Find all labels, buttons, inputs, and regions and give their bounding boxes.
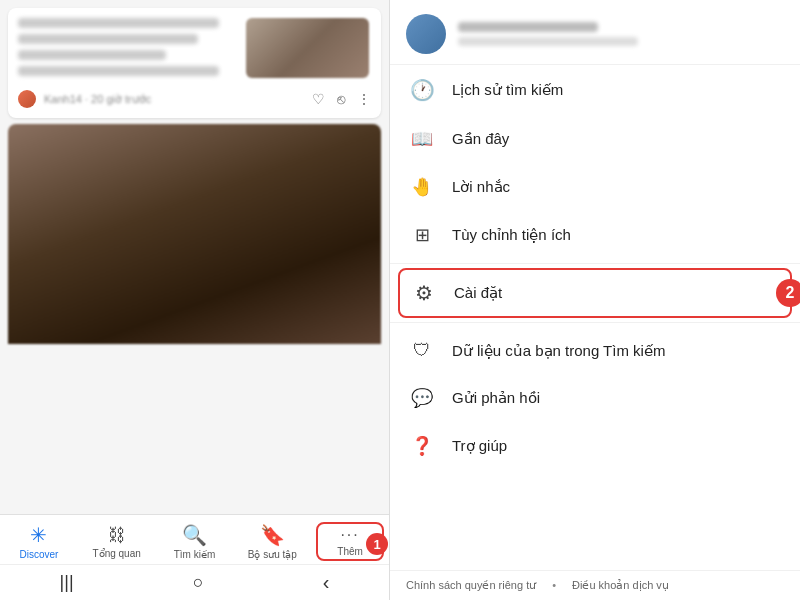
right-panel: 🕐 Lịch sử tìm kiếm 📖 Gần đây 🤚 Lời nhắc … xyxy=(390,0,800,600)
meta-actions: ♡ ⎋ ⋮ xyxy=(312,91,371,107)
nav-timkiem[interactable]: 🔍 Tìm kiếm xyxy=(164,523,224,560)
footer-separator: • xyxy=(552,579,556,592)
text-line xyxy=(18,34,198,44)
text-line xyxy=(18,66,219,76)
menu-item-loinhac[interactable]: 🤚 Lời nhắc xyxy=(390,163,800,211)
menu-label-lichsu: Lịch sử tìm kiếm xyxy=(452,81,563,99)
menu-item-trogiup[interactable]: ❓ Trợ giúp xyxy=(390,422,800,470)
menu-label-dulieu: Dữ liệu của bạn trong Tìm kiếm xyxy=(452,342,665,360)
shield-icon: 🛡 xyxy=(410,340,434,361)
left-panel: Kanh14 · 20 giờ trước ♡ ⎋ ⋮ ✳ Discover ⛓… xyxy=(0,0,390,600)
profile-name xyxy=(458,22,598,32)
home-icon[interactable]: ○ xyxy=(193,572,204,593)
profile-header xyxy=(390,0,800,65)
more-dots-icon: ··· xyxy=(340,526,359,544)
feed-card-text xyxy=(18,18,230,82)
menu-item-dulieu[interactable]: 🛡 Dữ liệu của bạn trong Tìm kiếm xyxy=(390,327,800,374)
menu-label-trogiup: Trợ giúp xyxy=(452,437,507,455)
customize-icon: ⊞ xyxy=(410,224,434,246)
help-icon: ❓ xyxy=(410,435,434,457)
nav-them[interactable]: ··· Thêm 1 xyxy=(320,526,380,557)
text-line xyxy=(18,50,166,60)
right-footer: Chính sách quyền riêng tư • Điều khoản d… xyxy=(390,570,800,600)
privacy-policy-link[interactable]: Chính sách quyền riêng tư xyxy=(406,579,536,592)
discover-icon: ✳ xyxy=(30,523,47,547)
nav-discover-label: Discover xyxy=(19,549,58,560)
nav-discover[interactable]: ✳ Discover xyxy=(9,523,69,560)
feed-area: Kanh14 · 20 giờ trước ♡ ⎋ ⋮ xyxy=(0,0,389,514)
feed-card-1[interactable]: Kanh14 · 20 giờ trước ♡ ⎋ ⋮ xyxy=(8,8,381,118)
feed-card-thumbnail xyxy=(246,18,370,78)
bookmark-icon: 🔖 xyxy=(260,523,285,547)
menu-item-gandây[interactable]: 📖 Gần đây xyxy=(390,115,800,163)
nav-bosuutap-label: Bộ sưu tập xyxy=(248,549,297,560)
menu-item-lichsu[interactable]: 🕐 Lịch sử tìm kiếm xyxy=(390,65,800,115)
tongquan-icon: ⛓ xyxy=(108,525,126,546)
menu-item-guiphanhoi[interactable]: 💬 Gửi phản hồi xyxy=(390,374,800,422)
nav-bosuutap[interactable]: 🔖 Bộ sưu tập xyxy=(242,523,302,560)
menu-icon[interactable]: ||| xyxy=(60,572,74,593)
back-icon[interactable]: ‹ xyxy=(323,571,330,594)
divider xyxy=(390,263,800,264)
history-icon: 🕐 xyxy=(410,78,434,102)
settings-icon: ⚙ xyxy=(412,281,436,305)
divider-2 xyxy=(390,322,800,323)
feed-card-meta: Kanh14 · 20 giờ trước ♡ ⎋ ⋮ xyxy=(18,90,371,108)
feedback-icon: 💬 xyxy=(410,387,434,409)
profile-info xyxy=(458,22,638,46)
recent-icon: 📖 xyxy=(410,128,434,150)
menu-label-caidat: Cài đặt xyxy=(454,284,502,302)
menu-label-loinhac: Lời nhắc xyxy=(452,178,510,196)
menu-label-tuychinhtienich: Tùy chỉnh tiện ích xyxy=(452,226,571,244)
like-icon[interactable]: ♡ xyxy=(312,91,325,107)
nav-timkiem-label: Tìm kiếm xyxy=(174,549,216,560)
text-line xyxy=(18,18,219,28)
more-icon[interactable]: ⋮ xyxy=(357,91,371,107)
menu-label-guiphanhoi: Gửi phản hồi xyxy=(452,389,540,407)
share-icon[interactable]: ⎋ xyxy=(337,91,345,107)
annotation-1: 1 xyxy=(366,533,388,555)
nav-tongquan-label: Tổng quan xyxy=(93,548,141,559)
menu-list: 🕐 Lịch sử tìm kiếm 📖 Gần đây 🤚 Lời nhắc … xyxy=(390,65,800,570)
menu-item-tuychinhtienich[interactable]: ⊞ Tùy chỉnh tiện ích xyxy=(390,211,800,259)
profile-email xyxy=(458,37,638,46)
bottom-nav: ✳ Discover ⛓ Tổng quan 🔍 Tìm kiếm 🔖 Bộ s… xyxy=(0,514,389,564)
phone-nav: ||| ○ ‹ xyxy=(0,564,389,600)
terms-link[interactable]: Điều khoản dịch vụ xyxy=(572,579,669,592)
reminder-icon: 🤚 xyxy=(410,176,434,198)
menu-label-gandây: Gần đây xyxy=(452,130,509,148)
author-meta: Kanh14 · 20 giờ trước xyxy=(44,93,151,106)
menu-item-caidat[interactable]: ⚙ Cài đặt 2 xyxy=(398,268,792,318)
profile-avatar xyxy=(406,14,446,54)
feed-card-image[interactable] xyxy=(8,124,381,344)
nav-them-label: Thêm xyxy=(337,546,363,557)
nav-tongquan[interactable]: ⛓ Tổng quan xyxy=(87,525,147,559)
annotation-2: 2 xyxy=(776,279,800,307)
search-icon: 🔍 xyxy=(182,523,207,547)
author-avatar xyxy=(18,90,36,108)
